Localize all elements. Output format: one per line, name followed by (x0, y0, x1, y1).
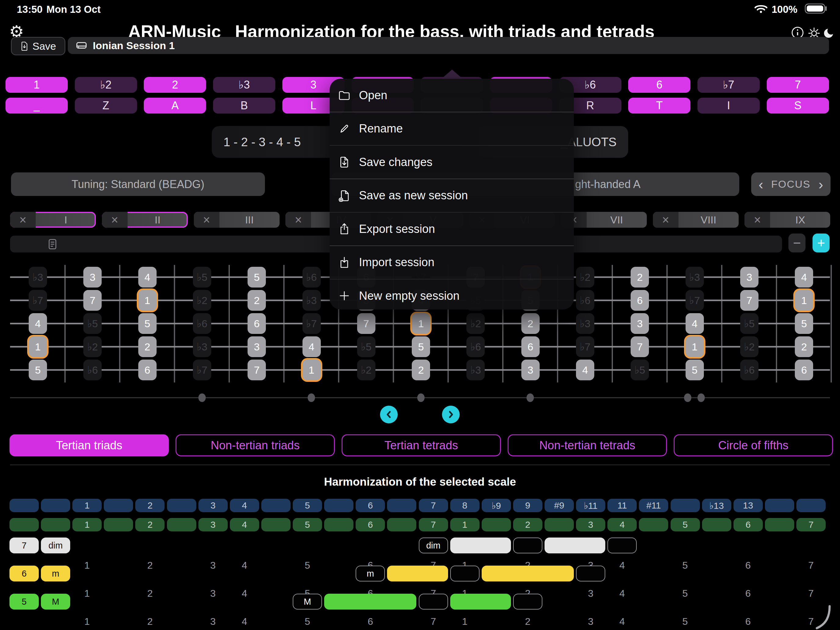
fret-note-♭2-s4-f14[interactable]: ♭2 (740, 336, 758, 357)
fret-note-2-s2-f5[interactable]: 2 (248, 290, 266, 311)
degree-button-1[interactable]: 1 (5, 77, 68, 93)
position-tab-VIII[interactable]: ×VIII (653, 212, 739, 228)
fret-note-♭7-s4-f11[interactable]: ♭7 (576, 336, 594, 357)
remove-position-button[interactable]: − (788, 234, 805, 253)
fret-note-♭2-s2-f4[interactable]: ♭2 (193, 290, 211, 311)
fret-note-♭7-s5-f4[interactable]: ♭7 (193, 360, 211, 381)
fret-note-5-s3-f15[interactable]: 5 (795, 313, 813, 334)
fret-note-♭6-s5-f14[interactable]: ♭6 (740, 360, 758, 381)
fret-note-1-s2-f15[interactable]: 1 (795, 290, 813, 311)
fret-note-♭5-s5-f12[interactable]: ♭5 (631, 360, 649, 381)
fret-note-♭3-s1-f13[interactable]: ♭3 (685, 267, 704, 287)
fret-note-5-s4-f8[interactable]: 5 (412, 336, 430, 357)
fret-note-6-s4-f10[interactable]: 6 (521, 336, 540, 357)
fret-note-3-s5-f10[interactable]: 3 (521, 360, 540, 381)
close-icon[interactable]: × (286, 212, 311, 228)
chord-tone-pill-dim[interactable]: dim (419, 537, 448, 553)
fret-note-5-s1-f5[interactable]: 5 (248, 267, 266, 287)
fret-note-♭6-s3-f4[interactable]: ♭6 (193, 313, 211, 334)
degree-button-7[interactable]: 7 (767, 77, 829, 93)
fret-note-7-s4-f12[interactable]: 7 (631, 336, 649, 357)
chord-quality-legend-m[interactable]: m (41, 565, 70, 581)
fret-note-3-s1-f14[interactable]: 3 (740, 267, 758, 287)
fret-note-5-s3-f3[interactable]: 5 (138, 313, 156, 334)
fret-note-4-s5-f11[interactable]: 4 (576, 360, 594, 381)
fret-note-♭7-s3-f6[interactable]: ♭7 (303, 313, 321, 334)
fret-note-♭3-s3-f11[interactable]: ♭3 (576, 313, 594, 334)
focus-control[interactable]: ‹ FOCUS › (751, 172, 831, 196)
fret-note-♭3-s5-f9[interactable]: ♭3 (466, 360, 485, 381)
chord-tone-pill[interactable] (608, 537, 637, 553)
fret-note-1-s2-f3[interactable]: 1 (138, 290, 156, 311)
chord-tone-pill[interactable] (450, 565, 480, 581)
position-tab-III[interactable]: ×III (194, 212, 279, 228)
chord-span-block[interactable] (450, 594, 511, 609)
fret-note-♭2-s5-f7[interactable]: ♭2 (357, 360, 376, 381)
menu-item-save-as-new-session[interactable]: Save as new session (330, 179, 574, 212)
fret-note-2-s4-f3[interactable]: 2 (138, 336, 156, 357)
chord-tone-pill[interactable] (513, 537, 542, 553)
fret-note-7-s2-f14[interactable]: 7 (740, 290, 758, 311)
fret-note-1-s3-f8[interactable]: 1 (412, 313, 430, 334)
fret-note-3-s4-f5[interactable]: 3 (248, 336, 266, 357)
fret-note-♭5-s1-f4[interactable]: ♭5 (193, 267, 211, 287)
chord-tone-pill[interactable] (513, 594, 542, 609)
fret-note-4-s1-f15[interactable]: 4 (795, 267, 813, 287)
fret-note-6-s2-f12[interactable]: 6 (631, 290, 649, 311)
degree-button-6[interactable]: 6 (628, 77, 690, 93)
fret-note-2-s1-f12[interactable]: 2 (631, 267, 649, 287)
fret-note-2-s5-f8[interactable]: 2 (412, 360, 430, 381)
fret-note-5-s5-f1[interactable]: 5 (29, 360, 47, 381)
letter-button-T[interactable]: T (628, 98, 690, 114)
chord-span-block[interactable] (324, 594, 416, 609)
fret-note-♭5-s3-f2[interactable]: ♭5 (83, 313, 102, 334)
fret-note-♭6-s1-f6[interactable]: ♭6 (303, 267, 321, 287)
chord-tab-non-tertian-tetrads[interactable]: Non-tertian tetrads (508, 434, 667, 456)
close-icon[interactable]: × (10, 212, 36, 228)
letter-button-Z[interactable]: Z (75, 98, 137, 114)
fret-note-♭6-s5-f2[interactable]: ♭6 (83, 360, 102, 381)
fret-note-♭6-s2-f11[interactable]: ♭6 (576, 290, 594, 311)
degree-button-♭7[interactable]: ♭7 (698, 77, 760, 93)
fret-note-♭7-s2-f13[interactable]: ♭7 (685, 290, 704, 311)
letter-button-A[interactable]: A (144, 98, 206, 114)
fret-note-♭5-s4-f7[interactable]: ♭5 (357, 336, 376, 357)
fret-note-1-s4-f1[interactable]: 1 (29, 336, 47, 357)
fret-note-♭2-s4-f2[interactable]: ♭2 (83, 336, 102, 357)
focus-prev-icon[interactable]: ‹ (758, 177, 763, 191)
prev-position-button[interactable] (380, 406, 398, 423)
position-tab-II[interactable]: ×II (102, 212, 188, 228)
fret-note-4-s3-f1[interactable]: 4 (29, 313, 47, 334)
fret-note-3-s3-f12[interactable]: 3 (631, 313, 649, 334)
degree-button-♭3[interactable]: ♭3 (213, 77, 275, 93)
fret-note-♭5-s3-f14[interactable]: ♭5 (740, 313, 758, 334)
fret-note-3-s1-f2[interactable]: 3 (83, 267, 102, 287)
position-tab-IX[interactable]: ×IX (744, 212, 830, 228)
chord-span-block[interactable] (450, 537, 511, 553)
chord-root-legend-7[interactable]: 7 (9, 537, 39, 553)
fret-note-6-s5-f3[interactable]: 6 (138, 360, 156, 381)
letter-button-S[interactable]: S (767, 98, 829, 114)
chord-root-legend-6[interactable]: 6 (9, 565, 39, 581)
fret-note-5-s5-f13[interactable]: 5 (685, 360, 704, 381)
chord-tab-circle-of-fifths[interactable]: Circle of fifths (674, 434, 833, 456)
menu-item-export-session[interactable]: Export session (330, 212, 574, 245)
degree-button-♭2[interactable]: ♭2 (75, 77, 137, 93)
chord-tone-pill-m[interactable]: m (355, 565, 385, 581)
fret-note-7-s2-f2[interactable]: 7 (83, 290, 102, 311)
chord-tone-pill[interactable] (576, 565, 605, 581)
menu-item-new-empty-session[interactable]: New empty session (330, 279, 574, 312)
fret-note-♭6-s4-f9[interactable]: ♭6 (466, 336, 485, 357)
chord-quality-legend-M[interactable]: M (41, 594, 70, 609)
fret-note-7-s5-f5[interactable]: 7 (248, 360, 266, 381)
close-icon[interactable]: × (653, 212, 679, 228)
session-name-bar[interactable]: Ionian Session 1 (68, 37, 829, 54)
chord-span-block[interactable] (482, 565, 574, 581)
close-icon[interactable]: × (194, 212, 219, 228)
letter-button-B[interactable]: B (213, 98, 275, 114)
fret-note-2-s3-f10[interactable]: 2 (521, 313, 540, 334)
save-button[interactable]: Save (11, 37, 65, 55)
close-icon[interactable]: × (744, 212, 770, 228)
focus-next-icon[interactable]: › (819, 177, 823, 191)
menu-item-save-changes[interactable]: Save changes (330, 145, 574, 178)
